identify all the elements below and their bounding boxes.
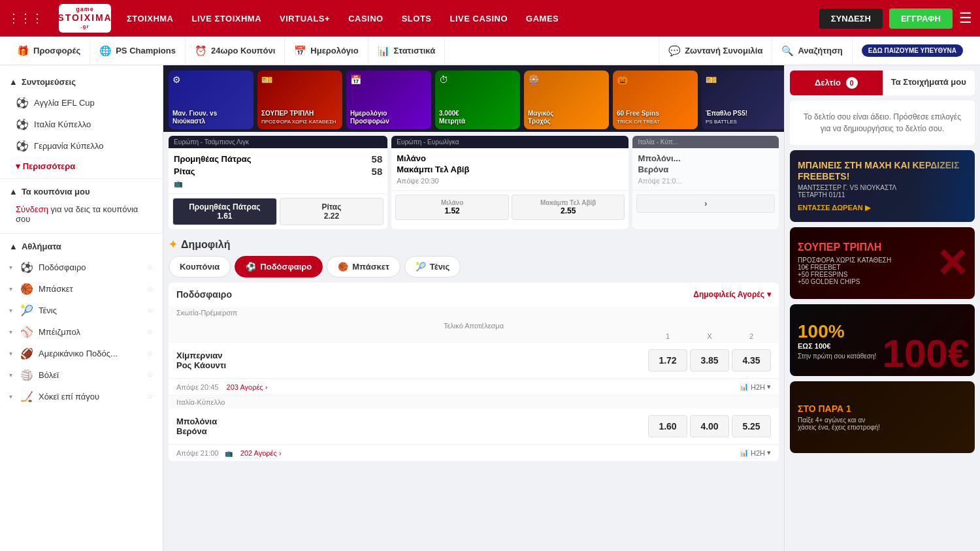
promo-banner-triple[interactable]: ΣΟΥΠΕΡ ΤΡΙΠΛΗ ΠΡΟΣΦΟΡΑ ΧΩΡΙΣ ΚΑΤΑΘΕΣΗ10€… [790,227,975,299]
promo-card-4[interactable]: 🎡 ΜαγικόςΤροχός [524,71,609,129]
promo-icon-3: ⏱ [439,74,448,85]
col-x-label: Χ [690,332,729,340]
live-team6-name: Βερόνα [638,165,668,174]
promo-banner-para1[interactable]: ΣΤΟ ΠΑΡΑ 1 Παίξε 4+ αγώνες και ανχάσεις … [790,381,975,453]
grid-icon[interactable]: ⋮⋮⋮ [8,11,43,25]
promo-card-6[interactable]: 🎫 Έπαθλο PS5!PS BATTLES [702,71,784,129]
nav-casino[interactable]: CASINO [348,14,384,24]
odd-btn-2-1[interactable]: 1.60 [648,415,687,437]
promo-banner-freebets[interactable]: ΜΠΑΙΝΕΙΣ ΣΤΗ ΜΑΧΗ ΚΑΙ ΚΕΡΔΙΖΕΙΣ FREEBETS… [790,150,975,222]
volleyball-icon: 🏐 [20,369,33,381]
arrow-down-icon-6: ▾ [9,350,12,357]
promo-icon-6: 🎫 [706,74,717,85]
star-icon-4[interactable]: ☆ [147,328,154,336]
nav-calendar[interactable]: 📅 Ημερολόγιο [285,37,368,65]
promo-icon-0: ⚙ [172,74,181,85]
tab-tennis[interactable]: 🎾 Τένις [404,256,461,277]
sidebar-sport-football[interactable]: ▾ ⚽ Ποδόσφαιρο ☆ [0,257,163,278]
sidebar-sport-volleyball[interactable]: ▾ 🏐 Βόλεϊ ☆ [0,364,163,386]
logo-area[interactable]: gameSTOIXIMA.gr [59,4,111,33]
live-btn-team1[interactable]: Προμηθέας Πάτρας 1.61 [172,198,277,225]
nav-ps-champions[interactable]: 🌐 PS Champions [90,37,186,65]
star-icon-6[interactable]: ☆ [147,371,154,379]
odd-btn-2-2[interactable]: 5.25 [732,415,771,437]
h2h-btn-2[interactable]: 📊 H2H ▾ [740,449,771,457]
tab-coupons[interactable]: Κουπόνια [169,256,231,277]
sidebar-sport-hockey[interactable]: ▾ 🏒 Χόκεϊ επί πάγου ☆ [0,386,163,407]
star-icon-2[interactable]: ☆ [147,285,154,293]
arrow-down-icon-5: ▾ [9,328,12,336]
nav-slots[interactable]: SLOTS [402,14,432,24]
odd-btn-1-2[interactable]: 4.35 [732,349,771,371]
sidebar-sport-tennis[interactable]: ▾ 🎾 Τένις ☆ [0,300,163,321]
sidebar-item-efl[interactable]: ⚽ Αγγλία EFL Cup [0,92,163,114]
nav-games[interactable]: GAMES [526,14,559,24]
login-link[interactable]: Σύνδεση [16,204,48,214]
match-teams-2: Μπολόνια Βερόνα [176,417,643,436]
arrow-up-icon-3: ▲ [9,242,18,251]
sidebar-more-shortcuts[interactable]: ▾ Περισσότερα [0,157,163,176]
star-icon-3[interactable]: ☆ [147,306,154,315]
american-football-icon: 🏈 [20,347,33,360]
live-matches-row: Ευρώπη - Τσάμπιονς Λιγκ Προμηθέας Πάτρας… [163,132,784,233]
nav-stoixima[interactable]: ΣΤΟΙΧΗΜΑ [127,14,174,24]
match-footer-1: Απόψε 20:45 203 Αγορές › 📊 H2H ▾ [169,379,779,396]
nav-24hr-label: 24ωρο Κουπόνι [211,46,275,55]
markets-count-1[interactable]: 203 Αγορές [227,383,263,391]
live-btn-odd1[interactable]: Μιλάνο 1.52 [395,195,509,220]
markets-count-2[interactable]: 202 Αγορές [240,449,277,457]
register-button[interactable]: ΕΓΓΡΑΦΗ [889,8,953,29]
nav-live-casino[interactable]: LIVE CASINO [450,14,508,24]
tab-basketball[interactable]: 🏀 Μπάσκετ [327,256,400,277]
nav-virtuals[interactable]: VIRTUALS+ [280,14,330,24]
match-league-1: Σκωτία-Πρέμιερσιπ [169,306,779,319]
odd-btn-1-1[interactable]: 1.72 [648,349,687,371]
star-icon-5[interactable]: ☆ [147,349,154,358]
promo-banner-100[interactable]: 100% ΕΩΣ 100€ Στην πρώτη σου κατάθεση! 1… [790,304,975,376]
match-row-2: Μπολόνια Βερόνα 1.60 4.00 5.25 [169,409,779,445]
popular-markets-link[interactable]: Δημοφιλείς Αγορές ▾ [693,290,771,299]
live-team1-name: Προμηθέας Πάτρας [174,154,252,164]
sidebar-sport-baseball[interactable]: ▾ ⚾ Μπέιζμπολ ☆ [0,321,163,343]
hamburger-icon[interactable]: ☰ [959,10,972,27]
sidebar-sport-american-football[interactable]: ▾ 🏈 Αμερικάνικο Ποδός... ☆ [0,343,163,364]
betslip-tab-active[interactable]: Δελτίο 0 [790,71,883,95]
tab-football[interactable]: ⚽ Ποδόσφαιρο [235,256,323,277]
promo-card-2[interactable]: 📅 ΗμερολόγιοΠροσφορών [346,71,431,129]
live-next-btn[interactable]: › [636,195,775,213]
signin-button[interactable]: ΣΥΝΔΕΣΗ [819,8,883,29]
nav-24hr-coupon[interactable]: ⏰ 24ωρο Κουπόνι [186,37,285,65]
tab-football-label: Ποδόσφαιρο [260,262,312,272]
nav-live-chat[interactable]: 💬 Ζωντανή Συνομιλία [659,37,772,65]
odd-btn-1-x[interactable]: 3.85 [690,349,729,371]
promo-card-0[interactable]: ⚙ Μαν. Γιουν. vsΝιούκαστλ [169,71,253,129]
sidebar-sport-basketball[interactable]: ▾ 🏀 Μπάσκετ ☆ [0,278,163,300]
nav-responsible[interactable]: ΕΔΩ ΠΑΙΖΟΥΜΕ ΥΠΕΥΘΥΝΑ [852,37,972,65]
live-btn-odd2[interactable]: Μακάμπι Τελ Αβίβ 2.55 [512,195,625,220]
live-tv-icon-area: 📺 [174,180,382,188]
live-team2-name: Ρίτας [174,166,195,176]
shortcuts-header[interactable]: ▲ Συντομεύσεις [0,72,163,92]
promo-icon-2: 📅 [350,74,361,85]
nav-live-stoixima[interactable]: LIVE ΣΤΟΙΧΗΜΑ [192,14,262,24]
nav-search[interactable]: 🔍 Αναζήτηση [772,37,851,65]
sidebar-item-italy[interactable]: ⚽ Ιταλία Κύπελλο [0,114,163,135]
star-icon[interactable]: ☆ [147,263,154,272]
promo-card-1[interactable]: 🎫 ΣΟΥΠΕΡ ΤΡΙΠΛΗΠΡΟΣΦΟΡΑ ΧΩΡΙΣ ΚΑΤΑΘΕΣΗ [257,71,342,129]
h2h-btn-1[interactable]: 📊 H2H ▾ [740,383,771,391]
promo-card-5[interactable]: 🎃 60 Free SpinsTRICK OR TREAT [613,71,698,129]
nav-statistics[interactable]: 📊 Στατιστικά [368,37,446,65]
coupons-header[interactable]: ▲ Τα κουπόνια μου [0,181,163,202]
sports-header[interactable]: ▲ Αθλήματα [0,236,163,257]
football-section-header: Ποδόσφαιρο Δημοφιλείς Αγορές ▾ [169,283,779,306]
my-bets-tab[interactable]: Τα Στοιχήματά μου [883,71,975,95]
promo-100-bg-text: 100€ [883,334,970,373]
sidebar-item-germany[interactable]: ⚽ Γερμανία Κύπελλο [0,135,163,157]
star-icon-7[interactable]: ☆ [147,392,154,401]
live-btn-team2[interactable]: Ρίτας 2.22 [280,198,384,225]
live-btn-team2-odd: 2.22 [283,212,381,221]
live-team3-row: Μιλάνο [397,153,623,163]
odd-btn-2-x[interactable]: 4.00 [690,415,729,437]
nav-offers[interactable]: 🎁 Προσφορές [8,37,90,65]
promo-card-3[interactable]: ⏱ 3.000€Μετρητά [435,71,520,129]
